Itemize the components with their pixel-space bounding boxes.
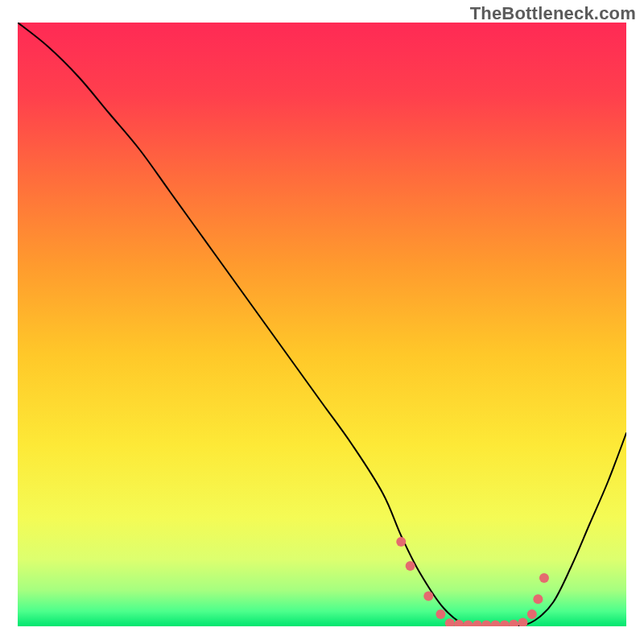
optimal-zone-markers-point: [518, 618, 527, 628]
optimal-zone-markers-point: [436, 609, 445, 619]
optimal-zone-markers-point: [509, 620, 518, 630]
watermark-label: TheBottleneck.com: [470, 3, 636, 24]
optimal-zone-markers-point: [500, 621, 510, 630]
chart-svg: [0, 0, 644, 644]
optimal-zone-markers-point: [406, 561, 415, 571]
optimal-zone-markers-point: [423, 592, 433, 601]
optimal-zone-markers-point: [463, 621, 473, 630]
optimal-zone-markers-point: [473, 621, 482, 630]
optimal-zone-markers-point: [533, 594, 543, 604]
optimal-zone-markers-point: [539, 573, 549, 583]
bottleneck-chart: TheBottleneck.com: [0, 0, 644, 644]
optimal-zone-markers-point: [490, 621, 500, 630]
optimal-zone-markers-point: [527, 609, 537, 619]
optimal-zone-markers-point: [396, 537, 406, 547]
optimal-zone-markers-point: [481, 621, 491, 630]
optimal-zone-markers-point: [445, 618, 455, 628]
optimal-zone-markers-point: [454, 620, 464, 630]
